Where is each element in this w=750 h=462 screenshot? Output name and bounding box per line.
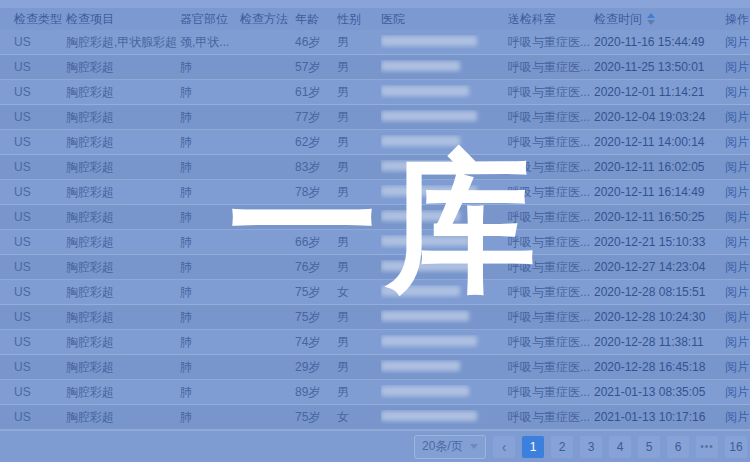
redacted-hospital-name	[381, 111, 477, 121]
cell-exam-type: US	[14, 310, 66, 324]
cell-exam-item: 胸腔彩超	[66, 109, 180, 126]
view-images-link[interactable]: 阅片	[725, 285, 749, 299]
cell-actions: 阅片	[725, 109, 750, 126]
column-header-exam-time[interactable]: 检查时间	[594, 11, 725, 28]
cell-hospital-redacted	[381, 385, 508, 399]
redacted-hospital-name	[381, 86, 469, 96]
cell-exam-item: 胸腔彩超	[66, 59, 180, 76]
redacted-hospital-name	[381, 136, 460, 146]
cell-department: 呼吸与重症医...	[508, 334, 594, 351]
table-row: US 胸腔彩超,甲状腺彩超 颈,甲状... 46岁 男 呼吸与重症医... 20…	[0, 30, 750, 55]
view-images-link[interactable]: 阅片	[725, 385, 749, 399]
page-size-select[interactable]: 20条/页	[414, 435, 486, 459]
view-images-link[interactable]: 阅片	[725, 410, 749, 424]
sort-caret-icon[interactable]	[647, 13, 655, 25]
cell-actions: 阅片	[725, 159, 750, 176]
page-button-1[interactable]: 1	[522, 436, 544, 458]
cell-organ: 颈,甲状...	[180, 34, 240, 51]
cell-department: 呼吸与重症医...	[508, 309, 594, 326]
cell-exam-type: US	[14, 135, 66, 149]
redacted-hospital-name	[381, 286, 460, 296]
cell-exam-item: 胸腔彩超	[66, 384, 180, 401]
page-button-2[interactable]: 2	[551, 436, 573, 458]
view-images-link[interactable]: 阅片	[725, 335, 749, 349]
column-header-department: 送检科室	[508, 11, 594, 28]
prev-page-button[interactable]: ‹	[493, 436, 515, 458]
cell-exam-item: 胸腔彩超	[66, 234, 180, 251]
table-row: US 胸腔彩超 肺 75岁 男 呼吸与重症医... 2020-12-28 10:…	[0, 305, 750, 330]
cell-organ: 肺	[180, 284, 240, 301]
cell-age: 77岁	[295, 109, 337, 126]
page-buttons: 123456•••16	[522, 436, 747, 458]
cell-department: 呼吸与重症医...	[508, 384, 594, 401]
cell-organ: 肺	[180, 184, 240, 201]
view-images-link[interactable]: 阅片	[725, 185, 749, 199]
view-images-link[interactable]: 阅片	[725, 260, 749, 274]
cell-department: 呼吸与重症医...	[508, 184, 594, 201]
page-button-3[interactable]: 3	[580, 436, 602, 458]
view-images-link[interactable]: 阅片	[725, 110, 749, 124]
page-button-6[interactable]: 6	[667, 436, 689, 458]
cell-exam-type: US	[14, 410, 66, 424]
cell-exam-type: US	[14, 360, 66, 374]
cell-age: 89岁	[295, 384, 337, 401]
cell-exam-time: 2020-12-11 16:02:05	[594, 160, 725, 174]
cell-gender: 男	[337, 259, 381, 276]
view-images-link[interactable]: 阅片	[725, 85, 749, 99]
cell-actions: 阅片	[725, 209, 750, 226]
cell-organ: 肺	[180, 259, 240, 276]
page-button-16[interactable]: 16	[725, 436, 747, 458]
cell-hospital-redacted	[381, 260, 508, 274]
cell-organ: 肺	[180, 359, 240, 376]
table-row: US 胸腔彩超 肺 77岁 男 呼吸与重症医... 2020-12-04 19:…	[0, 105, 750, 130]
view-images-link[interactable]: 阅片	[725, 210, 749, 224]
view-images-link[interactable]: 阅片	[725, 35, 749, 49]
column-header-exam-time-label: 检查时间	[594, 11, 642, 28]
view-images-link[interactable]: 阅片	[725, 60, 749, 74]
table-row: US 胸腔彩超 肺 75岁 女 呼吸与重症医... 2021-01-13 10:…	[0, 405, 750, 430]
cell-actions: 阅片	[725, 184, 750, 201]
cell-organ: 肺	[180, 309, 240, 326]
view-images-link[interactable]: 阅片	[725, 360, 749, 374]
sort-descending-icon[interactable]	[647, 20, 655, 25]
cell-organ: 肺	[180, 109, 240, 126]
cell-exam-item: 胸腔彩超	[66, 209, 180, 226]
page-button-4[interactable]: 4	[609, 436, 631, 458]
table-row: US 胸腔彩超 肺 74岁 男 呼吸与重症医... 2020-12-28 11:…	[0, 330, 750, 355]
cell-department: 呼吸与重症医...	[508, 109, 594, 126]
cell-gender: 男	[337, 359, 381, 376]
cell-actions: 阅片	[725, 234, 750, 251]
page-button-5[interactable]: 5	[638, 436, 660, 458]
cell-actions: 阅片	[725, 284, 750, 301]
cell-hospital-redacted	[381, 210, 508, 224]
cell-gender: 男	[337, 84, 381, 101]
more-pages-button[interactable]: •••	[696, 436, 718, 458]
cell-department: 呼吸与重症医...	[508, 159, 594, 176]
cell-actions: 阅片	[725, 34, 750, 51]
cell-exam-item: 胸腔彩超	[66, 284, 180, 301]
table-row: US 胸腔彩超 肺 89岁 男 呼吸与重症医... 2021-01-13 08:…	[0, 380, 750, 405]
cell-age: 62岁	[295, 134, 337, 151]
table-body: US 胸腔彩超,甲状腺彩超 颈,甲状... 46岁 男 呼吸与重症医... 20…	[0, 30, 750, 430]
cell-exam-type: US	[14, 260, 66, 274]
table-row: US 胸腔彩超 肺 61岁 男 呼吸与重症医... 2020-12-01 11:…	[0, 80, 750, 105]
table-row: US 胸腔彩超 肺 62岁 男 呼吸与重症医... 2020-12-11 14:…	[0, 130, 750, 155]
cell-department: 呼吸与重症医...	[508, 234, 594, 251]
redacted-hospital-name	[381, 36, 477, 46]
cell-age: 66岁	[295, 234, 337, 251]
cell-exam-time: 2020-12-28 11:38:11	[594, 335, 725, 349]
view-images-link[interactable]: 阅片	[725, 135, 749, 149]
sort-ascending-icon[interactable]	[647, 13, 655, 18]
cell-exam-time: 2020-12-01 11:14:21	[594, 85, 725, 99]
cell-department: 呼吸与重症医...	[508, 84, 594, 101]
column-header-exam-type: 检查类型	[14, 11, 66, 28]
redacted-hospital-name	[381, 61, 460, 71]
view-images-link[interactable]: 阅片	[725, 310, 749, 324]
cell-hospital-redacted	[381, 135, 508, 149]
table-row: US 胸腔彩超 肺 76岁 女 呼吸与重症医... 2020-12-11 16:…	[0, 205, 750, 230]
view-images-link[interactable]: 阅片	[725, 235, 749, 249]
cell-department: 呼吸与重症医...	[508, 359, 594, 376]
view-images-link[interactable]: 阅片	[725, 160, 749, 174]
column-header-exam-item: 检查项目	[66, 11, 180, 28]
cell-exam-time: 2020-12-11 16:14:49	[594, 185, 725, 199]
